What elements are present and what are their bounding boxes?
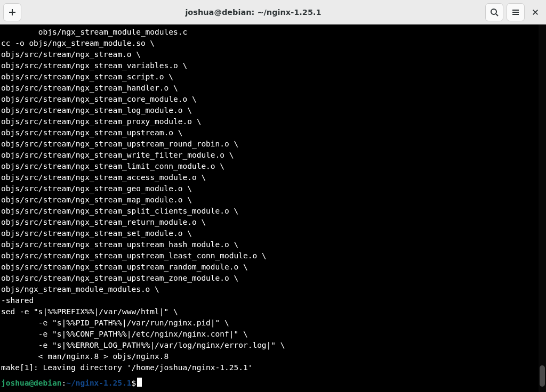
new-tab-button[interactable] <box>3 3 21 21</box>
prompt-colon: : <box>62 379 67 387</box>
prompt-path: ~/nginx-1.25.1 <box>66 379 131 387</box>
prompt-dollar: $ <box>131 379 136 387</box>
titlebar: joshua@debian: ~/nginx-1.25.1 <box>0 0 546 24</box>
window-title: joshua@debian: ~/nginx-1.25.1 <box>25 8 482 17</box>
terminal-output: objs/ngx_stream_module_modules.c cc -o o… <box>0 24 546 378</box>
terminal-window: joshua@debian: ~/nginx-1.25.1 objs/ngx_s… <box>0 0 546 392</box>
svg-point-0 <box>491 9 496 14</box>
cursor <box>137 378 142 387</box>
terminal-area[interactable]: objs/ngx_stream_module_modules.c cc -o o… <box>0 24 546 392</box>
search-button[interactable] <box>485 3 503 21</box>
close-button[interactable] <box>528 3 543 21</box>
scrollbar-thumb[interactable] <box>540 365 545 387</box>
prompt-line[interactable]: joshua@debian:~/nginx-1.25.1$ <box>0 378 546 389</box>
terminal-viewport[interactable]: objs/ngx_stream_module_modules.c cc -o o… <box>0 24 546 392</box>
prompt-user-host: joshua@debian <box>1 379 62 387</box>
titlebar-right-controls <box>485 3 543 21</box>
menu-button[interactable] <box>507 3 525 21</box>
search-icon <box>490 8 499 17</box>
hamburger-icon <box>511 8 520 17</box>
close-icon <box>532 9 539 16</box>
plus-icon <box>8 8 17 17</box>
scrollbar-track[interactable] <box>539 24 546 392</box>
